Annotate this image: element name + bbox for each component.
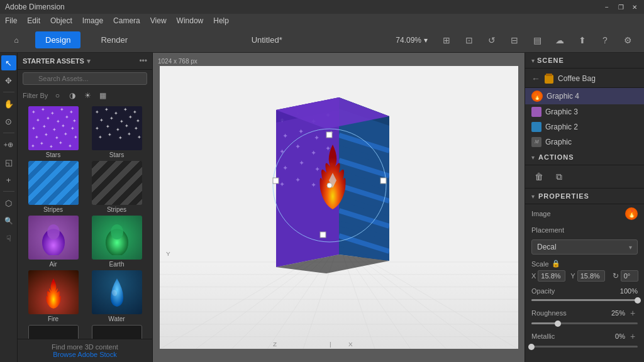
filter-icon-half[interactable]: ◑ <box>67 90 78 101</box>
menu-edit[interactable]: Edit <box>27 16 40 25</box>
scene-item-graphic4[interactable]: 🔥 Graphic 4 <box>525 88 644 104</box>
metallic-plus-button[interactable]: + <box>628 331 638 341</box>
svg-text:✦: ✦ <box>114 111 118 116</box>
tab-render[interactable]: Render <box>91 31 138 48</box>
toolbar-export-icon[interactable]: ⬆ <box>574 31 591 49</box>
menubar: File Edit Object Image Camera View Windo… <box>0 14 644 28</box>
filter-icon-circle[interactable]: ○ <box>52 90 63 101</box>
asset-air[interactable]: Air <box>23 216 84 268</box>
roughness-plus-button[interactable]: + <box>628 308 638 318</box>
actions-collapse-icon[interactable]: ▾ <box>531 154 535 161</box>
asset-stripes-blue[interactable]: Stripes <box>23 161 84 213</box>
scene-item-graphic1[interactable]: 𝑀 Graphic <box>525 134 644 150</box>
asset-label-stars-dark: Stars <box>109 151 124 158</box>
roughness-slider-thumb[interactable] <box>555 321 561 327</box>
menu-help[interactable]: Help <box>213 16 229 25</box>
asset-thumb-water <box>92 270 142 314</box>
asset-stars-dark[interactable]: ✦✦✦✦✦ ✦✦✦✦✦ ✦✦✦✦✦ ✦✦✦✦✦ Stars <box>86 106 147 158</box>
maximize-button[interactable]: ❐ <box>616 3 625 11</box>
scene-item-graphic2[interactable]: Graphic 2 <box>525 119 644 134</box>
zoom-control[interactable]: 74.09% ▾ <box>396 36 428 45</box>
asset-fire[interactable]: Fire <box>23 270 84 322</box>
add-tool[interactable]: + <box>1 172 16 187</box>
toolbar-cloud-icon[interactable]: ☁ <box>551 31 569 49</box>
menu-file[interactable]: File <box>5 16 17 25</box>
asset-brand1[interactable]: Brand Logo Brand Logo <box>23 325 84 339</box>
graphic3-icon <box>531 107 541 117</box>
menu-window[interactable]: Window <box>177 16 204 25</box>
svg-rect-124 <box>546 74 552 76</box>
orbit-tool[interactable]: ⊙ <box>1 114 16 129</box>
toolbar-undo-icon[interactable]: ↺ <box>483 31 501 49</box>
search-input[interactable] <box>23 72 147 85</box>
scale-row: Scale 🔒 X Y ↻ <box>525 257 644 284</box>
filter-icon-image[interactable]: ▦ <box>97 90 108 101</box>
filter-icon-sun[interactable]: ☀ <box>82 90 93 101</box>
scene-item-label-graphic3: Graphic 3 <box>545 107 578 116</box>
toolbar-grid-icon[interactable]: ⊞ <box>438 31 455 49</box>
toolbar-share-icon[interactable]: ▤ <box>528 31 546 49</box>
move-tool[interactable]: ✥ <box>1 73 16 88</box>
search-zoom-tool[interactable]: 🔍 <box>1 213 16 228</box>
menu-object[interactable]: Object <box>50 16 72 25</box>
scene-item-label-graphic2: Graphic 2 <box>545 123 578 131</box>
toolbar: ⌂ Design Render Untitled* 74.09% ▾ ⊞ ⊡ ↺… <box>0 28 644 53</box>
assets-header: STARTER ASSETS ▾ ••• <box>18 53 152 70</box>
assets-menu-button[interactable]: ••• <box>139 57 147 65</box>
metallic-label: Metallic <box>531 332 555 340</box>
magic-tool[interactable]: ⬡ <box>1 195 16 211</box>
minimize-button[interactable]: − <box>602 3 611 11</box>
toolbar-help-icon[interactable]: ? <box>596 31 614 49</box>
svg-text:✦: ✦ <box>42 124 47 129</box>
toolbar-redo-icon[interactable]: ⊟ <box>506 31 523 49</box>
metallic-slider-track[interactable] <box>531 346 638 348</box>
browse-stock-link[interactable]: Browse Adobe Stock <box>23 351 147 358</box>
toolbar-settings-icon[interactable]: ⚙ <box>619 31 636 49</box>
zoom-tool[interactable]: +⊕ <box>1 137 16 152</box>
placement-label-row: Placement <box>525 223 644 237</box>
menu-camera[interactable]: Camera <box>113 16 140 25</box>
grab-tool[interactable]: ☟ <box>1 231 16 246</box>
placement-label: Placement <box>531 226 564 234</box>
roughness-value: 25% <box>611 309 625 317</box>
scene-back-button[interactable]: ← <box>531 74 540 84</box>
svg-text:✦: ✦ <box>56 119 60 124</box>
scene-collapse-icon[interactable]: ▾ <box>531 57 535 64</box>
scene-item-graphic3[interactable]: Graphic 3 <box>525 104 644 119</box>
toolbar-snap-icon[interactable]: ⊡ <box>460 31 478 49</box>
asset-stripes-dark[interactable]: Stripes <box>86 161 147 213</box>
home-button[interactable]: ⌂ <box>8 31 25 49</box>
opacity-slider-track[interactable] <box>531 299 638 301</box>
opacity-slider-thumb[interactable] <box>635 297 641 304</box>
metallic-slider-thumb[interactable] <box>528 344 535 350</box>
rotate-input[interactable] <box>621 270 638 282</box>
close-button[interactable]: ✕ <box>630 3 639 11</box>
opacity-slider-row <box>525 298 644 305</box>
svg-text:✦: ✦ <box>109 116 114 121</box>
asset-thumb-stars-purple: ✦✦✦✦✦ ✦✦✦✦✦ ✦✦✦✦✦ ✦✦✦✦✦ ✦✦✦✦✦ <box>28 106 79 150</box>
duplicate-action-button[interactable]: ⧉ <box>552 169 567 184</box>
scale-lock-icon[interactable]: 🔒 <box>552 260 560 268</box>
scale-x-input[interactable] <box>538 270 565 282</box>
image-preview-icon[interactable]: 🔥 <box>625 207 638 220</box>
scale-y-input[interactable] <box>577 270 605 282</box>
pan-tool[interactable]: ✋ <box>1 96 16 111</box>
graphic4-icon: 🔥 <box>531 90 543 102</box>
menu-image[interactable]: Image <box>82 16 103 25</box>
asset-water[interactable]: Water <box>86 270 147 322</box>
asset-thumb-earth <box>92 216 142 260</box>
asset-earth[interactable]: Earth <box>86 216 147 268</box>
asset-brand2[interactable]: 𝐌𝐑𝐈𝐒 Brand Logo <box>86 325 147 339</box>
assets-title: STARTER ASSETS ▾ <box>23 57 91 65</box>
object-tool[interactable]: ◱ <box>1 155 16 170</box>
menu-view[interactable]: View <box>150 16 167 25</box>
delete-action-button[interactable]: 🗑 <box>531 169 547 184</box>
canvas-area[interactable]: 1024 x 768 px <box>153 53 525 362</box>
asset-stars-purple[interactable]: ✦✦✦✦✦ ✦✦✦✦✦ ✦✦✦✦✦ ✦✦✦✦✦ ✦✦✦✦✦ Stars <box>23 106 84 158</box>
titlebar: Adobe Dimension − ❐ ✕ <box>0 0 644 14</box>
tab-design[interactable]: Design <box>35 31 80 48</box>
roughness-slider-track[interactable] <box>531 322 638 324</box>
properties-collapse-icon[interactable]: ▾ <box>531 193 535 200</box>
select-tool[interactable]: ↖ <box>1 55 16 70</box>
placement-select[interactable]: Decal ▾ <box>531 239 638 255</box>
